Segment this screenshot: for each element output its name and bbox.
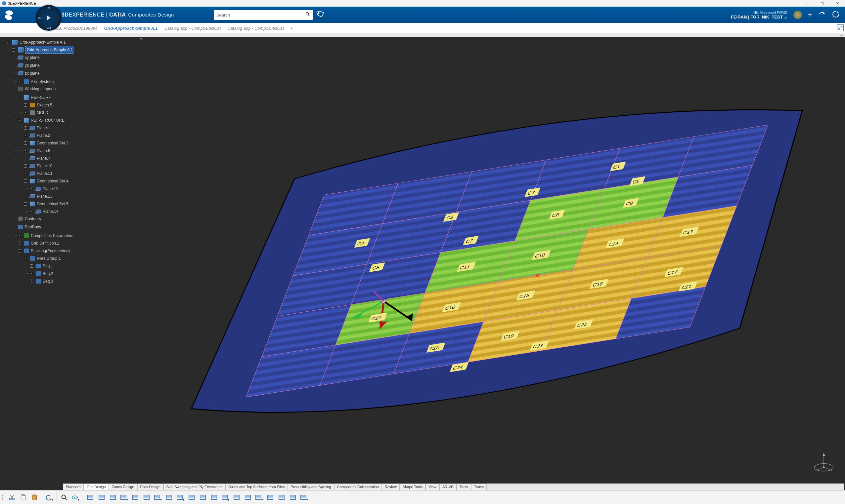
grid-surface3-icon[interactable]: ▼ (119, 492, 130, 503)
expander-icon[interactable]: + (24, 104, 27, 107)
tree-item[interactable]: Seq.1 (43, 263, 53, 270)
bottom-tab[interactable]: Standard (63, 484, 84, 490)
bottom-tab[interactable]: Composites Collaboration (334, 484, 382, 490)
tree-item[interactable]: Plane.6 (37, 147, 50, 154)
expander-icon[interactable]: + (30, 210, 33, 213)
bottom-tab[interactable]: AR-VR (439, 484, 456, 490)
bottom-tab[interactable]: Review (382, 484, 400, 490)
search-input[interactable] (217, 13, 305, 18)
tab-grid-approach[interactable]: Grid-Approach-Simple A.1 (101, 24, 161, 33)
expander-icon[interactable]: − (24, 179, 27, 183)
rotate-view-icon[interactable]: ▼ (70, 492, 81, 503)
tree-item[interactable]: Seq.2 (43, 270, 53, 277)
tree-item[interactable]: Plane.13 (37, 193, 52, 200)
tab-catalog-1[interactable]: Catalog app - CompositesCat (161, 24, 224, 33)
share-button[interactable] (818, 10, 826, 20)
expander-icon[interactable]: + (30, 187, 33, 191)
tab-catalog-2[interactable]: Catalog app - CompositesCat (224, 24, 287, 33)
tree-item[interactable]: xy plane (25, 54, 40, 61)
rosette2-icon[interactable] (197, 492, 208, 503)
expander-icon[interactable]: + (24, 141, 27, 145)
export-icon[interactable]: ▼ (299, 492, 309, 503)
tree-item[interactable]: Grid Definition.1 (31, 240, 59, 247)
expander-icon[interactable]: + (24, 126, 27, 129)
search-box[interactable] (214, 10, 313, 20)
compass-button[interactable]: N V.R 3D (36, 5, 62, 31)
tree-item[interactable]: Geometrical Set.5 (37, 200, 68, 208)
expander-icon[interactable]: + (30, 280, 33, 283)
window-minimize-button[interactable]: — (799, 0, 814, 6)
paste-icon[interactable] (29, 492, 40, 503)
tree-item[interactable]: Plies Group.1 (37, 255, 61, 262)
tab-add-button[interactable]: + (287, 24, 296, 33)
tree-item[interactable]: Contours (25, 215, 41, 222)
tree-item[interactable]: Plane.1 (37, 124, 50, 131)
grid-panel-icon[interactable] (85, 492, 96, 503)
rosette-icon[interactable] (186, 492, 197, 503)
material-excess-icon[interactable]: ▼ (220, 492, 230, 503)
tree-item[interactable]: Working supports (25, 85, 56, 92)
undo-icon[interactable]: ▼ (44, 492, 55, 503)
expander-icon[interactable]: − (6, 41, 9, 44)
tree-item[interactable]: Seq.3 (43, 277, 53, 285)
tree-item[interactable]: Stacking(Engineering) (31, 247, 70, 254)
tree-item[interactable]: Composites Parameters (31, 232, 73, 239)
expander-icon[interactable]: + (30, 272, 33, 275)
expander-icon[interactable]: + (18, 234, 21, 237)
expander-icon[interactable]: + (24, 111, 27, 114)
home-refresh-button[interactable] (832, 10, 840, 20)
tree-item-selected[interactable]: Grid-Approach-Simple A.1 (25, 46, 74, 54)
3d-viewport[interactable]: ▾ (139, 37, 845, 484)
ply-exploder-icon[interactable]: ▼ (254, 492, 264, 503)
horizontal-splitter[interactable]: ◂ (0, 33, 845, 37)
grid-surface2-icon[interactable] (107, 492, 118, 503)
limit-contour2-icon[interactable]: ▼ (175, 492, 186, 503)
tree-item[interactable]: Plane.14 (43, 208, 58, 215)
user-block[interactable]: Nik Mahmood FARID FEIRAN | FOR_NIK_TEST … (731, 10, 788, 19)
zoom-fit-icon[interactable] (59, 492, 69, 503)
vertical-splitter-grip[interactable]: ▾ (140, 37, 142, 41)
collapse-panel-button[interactable] (837, 24, 844, 31)
copy-icon[interactable] (18, 492, 29, 503)
tree-item[interactable]: Geometrical Set.3 (37, 140, 68, 147)
tree-root[interactable]: Grid-Approach-Simple A.1 (19, 39, 66, 46)
search-icon[interactable] (305, 12, 310, 18)
tree-item[interactable]: Plane.11 (37, 170, 52, 177)
bottom-tab[interactable]: Zones Design (109, 484, 137, 490)
toolbar-grip-icon[interactable] (2, 493, 5, 502)
expander-icon[interactable]: − (24, 257, 27, 260)
rosette3-icon[interactable] (209, 492, 219, 503)
expander-icon[interactable]: + (24, 172, 27, 175)
limit-contour-icon[interactable] (164, 492, 174, 503)
expander-icon[interactable]: + (24, 195, 27, 198)
bottom-tab[interactable]: Solids and Top Surfaces from Plies (225, 484, 288, 490)
expander-icon[interactable]: + (24, 157, 27, 160)
spec-tree[interactable]: −Grid-Approach-Simple A.1 −Grid-Approach… (0, 37, 139, 484)
bottom-tab[interactable]: Skin Swapping and Ply Extensions (163, 484, 225, 490)
bottom-tab[interactable]: View (426, 484, 439, 490)
window-close-button[interactable]: ✕ (830, 0, 845, 6)
tree-item[interactable]: Plane.7 (37, 155, 50, 162)
bottom-tab[interactable]: Grid Design (84, 484, 109, 490)
bottom-tab[interactable]: Tools (456, 484, 471, 490)
expander-icon[interactable]: + (24, 134, 27, 137)
expander-icon[interactable]: − (18, 96, 21, 99)
flatten-icon[interactable] (288, 492, 298, 503)
avatar[interactable] (793, 11, 802, 19)
expander-icon[interactable]: + (18, 241, 21, 245)
expander-icon[interactable]: + (30, 264, 33, 268)
core-sample-icon[interactable] (231, 492, 242, 503)
bottom-tab[interactable]: Plies Design (137, 484, 163, 490)
expander-icon[interactable]: − (12, 48, 15, 52)
ply-table-icon[interactable] (141, 492, 152, 503)
expander-icon[interactable]: + (24, 149, 27, 152)
virtual-stacking-icon[interactable] (130, 492, 141, 503)
section-icon[interactable] (265, 492, 276, 503)
bottom-tab[interactable]: Shape Tools (400, 484, 426, 490)
tree-item[interactable]: Geometrical Set.4 (37, 178, 68, 185)
tree-item[interactable]: MOLD (37, 109, 48, 116)
tree-item[interactable]: Plane.2 (37, 132, 50, 139)
tree-item[interactable]: zx plane (25, 70, 40, 77)
grid-surface-icon[interactable] (96, 492, 107, 503)
tree-item[interactable]: Axis Systems (31, 78, 55, 85)
